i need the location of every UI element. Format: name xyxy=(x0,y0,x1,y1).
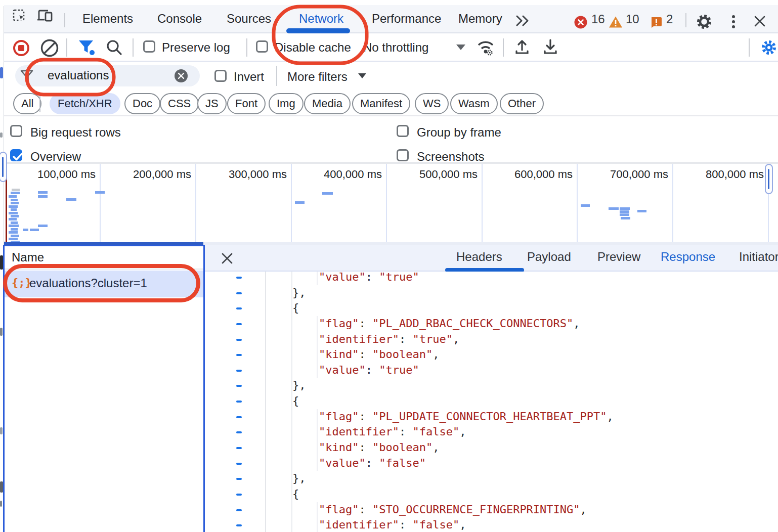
fold-marker-icon[interactable] xyxy=(236,494,242,496)
request-bar xyxy=(9,238,18,240)
resource-chip[interactable]: WS xyxy=(415,93,449,114)
export-har-icon[interactable] xyxy=(543,39,557,55)
code-line: }, xyxy=(205,471,778,486)
resource-chip[interactable]: Doc xyxy=(124,93,160,114)
request-bar xyxy=(30,229,39,231)
fold-marker-icon[interactable] xyxy=(236,447,242,449)
fold-marker-icon[interactable] xyxy=(236,277,242,279)
fold-marker-icon[interactable] xyxy=(236,524,242,526)
more-options-icon[interactable] xyxy=(731,15,736,29)
fold-marker-icon[interactable] xyxy=(236,323,242,325)
tab-response[interactable]: Response xyxy=(661,250,715,264)
group-by-frame-label: Group by frame xyxy=(417,125,501,140)
inspect-element-icon[interactable] xyxy=(12,9,27,24)
request-row-selected[interactable]: {;} evaluations?cluster=1 xyxy=(5,271,203,297)
request-bar xyxy=(9,231,18,234)
separator xyxy=(64,13,65,27)
response-content[interactable]: "value": "true" }, { "flag": "PL_ADD_RBA… xyxy=(205,272,778,532)
tab-memory[interactable]: Memory xyxy=(458,5,502,32)
search-icon[interactable] xyxy=(105,38,124,58)
fold-marker-icon[interactable] xyxy=(236,339,242,341)
more-tabs-icon[interactable] xyxy=(515,15,530,26)
resource-chip[interactable]: Font xyxy=(227,93,266,114)
page-fragment xyxy=(0,67,3,78)
network-conditions-icon[interactable] xyxy=(477,38,495,57)
overview-right-handle[interactable] xyxy=(765,164,773,194)
fold-marker-icon[interactable] xyxy=(236,385,242,387)
request-bar xyxy=(11,221,18,224)
filter-input[interactable]: evaluations xyxy=(15,65,200,86)
import-har-icon[interactable] xyxy=(515,39,529,55)
resource-chip[interactable]: All xyxy=(13,93,41,114)
request-bar xyxy=(66,198,76,201)
tab-initiator[interactable]: Initiator xyxy=(739,250,778,264)
page-fragment xyxy=(0,501,2,507)
separator xyxy=(503,38,504,57)
separator xyxy=(276,66,277,86)
name-column-header[interactable]: Name xyxy=(12,250,44,264)
settings-gear-icon[interactable] xyxy=(696,14,712,30)
code-line: "flag": "PL_UPDATE_CONNECTOR_HEARTBEAT_P… xyxy=(205,409,778,425)
overview-checkbox[interactable] xyxy=(10,149,22,161)
fold-marker-icon[interactable] xyxy=(236,509,242,511)
resource-chip[interactable]: Fetch/XHR xyxy=(50,93,120,114)
code-line: { xyxy=(205,300,778,316)
tab-headers[interactable]: Headers xyxy=(456,250,502,264)
preserve-log-checkbox[interactable] xyxy=(143,40,155,53)
code-line: "value": "true" xyxy=(205,363,778,378)
request-bar xyxy=(11,192,20,194)
throttling-select[interactable]: No throttling xyxy=(363,39,428,56)
resource-chip[interactable]: Manifest xyxy=(352,93,410,114)
page-fragment xyxy=(0,328,3,336)
invert-checkbox[interactable] xyxy=(214,70,227,82)
fold-marker-icon[interactable] xyxy=(236,307,242,309)
code-line: { xyxy=(205,486,778,502)
resource-chip[interactable]: JS xyxy=(197,93,227,114)
fold-marker-icon[interactable] xyxy=(236,292,242,294)
device-toolbar-icon[interactable] xyxy=(36,9,54,24)
filter-icon[interactable] xyxy=(78,39,99,59)
tab-payload[interactable]: Payload xyxy=(527,250,571,264)
tab-sources[interactable]: Sources xyxy=(227,5,271,32)
page-fragment xyxy=(0,427,3,434)
request-list-header[interactable]: Name xyxy=(5,246,203,270)
fold-marker-icon[interactable] xyxy=(236,416,242,418)
record-network-log-icon[interactable] xyxy=(13,39,30,57)
request-bar xyxy=(581,204,590,207)
resource-chip[interactable]: Media xyxy=(304,93,351,114)
fold-marker-icon[interactable] xyxy=(236,478,242,480)
fold-marker-icon[interactable] xyxy=(236,370,242,372)
request-bar xyxy=(38,191,48,194)
issues-count-icon[interactable] xyxy=(650,16,662,28)
tab-console[interactable]: Console xyxy=(157,5,202,32)
more-filters-button[interactable]: More filters xyxy=(287,69,348,85)
disable-cache-checkbox[interactable] xyxy=(256,40,268,53)
close-icon[interactable] xyxy=(754,15,766,27)
screenshots-checkbox[interactable] xyxy=(397,149,409,161)
tab-preview[interactable]: Preview xyxy=(597,250,640,264)
code-line: "flag": "STO_OCCURRENCE_FINGERPRINTING", xyxy=(205,502,778,518)
error-count: 16 xyxy=(591,11,605,27)
error-count-icon[interactable] xyxy=(574,16,587,29)
request-detail-tabs: HeadersPayloadPreviewResponseInitiatorTi… xyxy=(205,245,778,272)
resource-chip[interactable]: Wasm xyxy=(450,93,498,114)
resource-chip[interactable]: CSS xyxy=(160,93,199,114)
clear-network-log-icon[interactable] xyxy=(40,38,59,58)
resource-chip[interactable]: Img xyxy=(269,93,304,114)
throttling-dropdown-arrow-icon[interactable] xyxy=(456,45,465,50)
big-request-rows-checkbox[interactable] xyxy=(10,125,22,137)
group-by-frame-checkbox[interactable] xyxy=(397,125,409,137)
tab-elements[interactable]: Elements xyxy=(82,5,133,32)
fold-marker-icon[interactable] xyxy=(236,463,242,465)
warning-count-icon[interactable] xyxy=(609,16,623,28)
network-overview-timeline[interactable]: 100,000 ms200,000 ms300,000 ms400,000 ms… xyxy=(4,163,778,241)
fold-marker-icon[interactable] xyxy=(236,354,242,356)
overview-left-handle[interactable] xyxy=(0,152,7,182)
fold-marker-icon[interactable] xyxy=(236,401,242,403)
resource-chip[interactable]: Other xyxy=(500,93,544,114)
settings-gear-active-icon[interactable] xyxy=(761,39,777,56)
fold-marker-icon[interactable] xyxy=(236,431,242,433)
close-detail-icon[interactable] xyxy=(221,252,233,264)
tab-performance[interactable]: Performance xyxy=(372,5,441,32)
clear-filter-icon[interactable] xyxy=(175,69,188,82)
